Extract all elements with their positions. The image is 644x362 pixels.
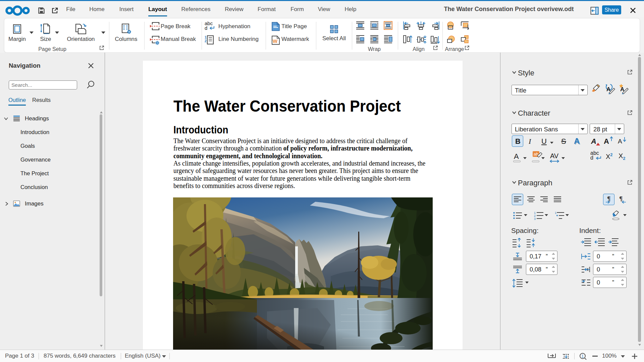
svg-text:1: 1 [205,36,207,39]
svg-text:W: W [273,38,278,44]
svg-text:¶: ¶ [619,195,623,202]
svg-text:A: A [606,86,610,93]
svg-text:3: 3 [534,217,536,220]
svg-text:2: 2 [205,39,207,43]
svg-text:¶: ¶ [607,195,610,202]
svg-text:1: 1 [582,354,584,359]
svg-text:1: 1 [555,211,556,215]
